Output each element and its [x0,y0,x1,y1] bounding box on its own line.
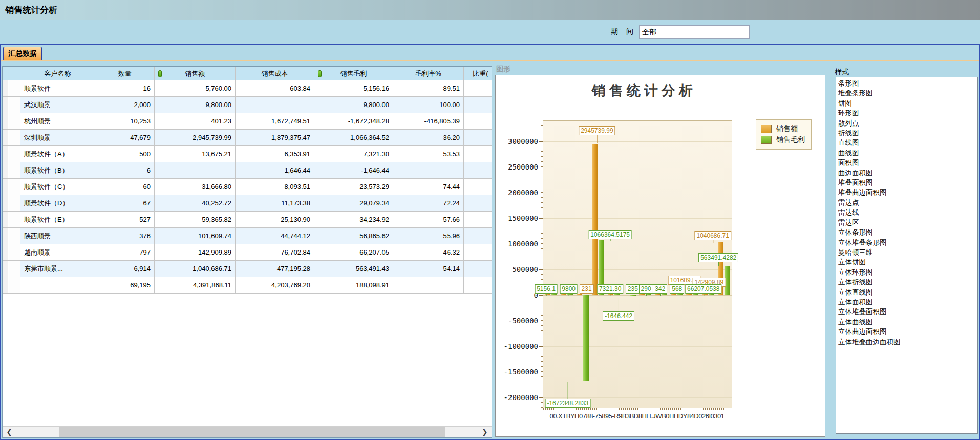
style-option[interactable]: 雷达线 [838,207,977,217]
style-option[interactable]: 立体堆叠条形图 [838,238,977,247]
value-cell: 5,760.00 [155,80,236,97]
bar-sales [592,144,598,295]
customer-name-cell: 顺景软件（A） [20,146,95,162]
style-option[interactable]: 立体堆叠面积图 [838,307,977,317]
style-option[interactable]: 堆叠曲边面积图 [838,187,977,197]
gridline [543,218,732,219]
legend-label: 销售毛利 [776,135,805,144]
table-row[interactable]: 顺景软件（A）50013,675.216,353.917,321.3053.53 [3,146,493,162]
value-cell [464,80,493,97]
content-area: 客户名称数量销售额销售成本销售毛利毛利率%比重( 顺景软件165,760.006… [1,60,979,439]
style-option[interactable]: 曲边面积图 [838,168,977,178]
value-cell: 47,679 [95,130,155,146]
style-option[interactable]: 饼图 [838,98,977,108]
y-axis-tick [539,193,543,193]
style-option[interactable]: 散列点 [838,118,977,128]
column-header-0[interactable]: 客户名称 [20,67,95,80]
column-header-2[interactable]: 销售额 [155,67,236,80]
tab-summary-data[interactable]: 汇总数据 [3,47,42,60]
style-option[interactable]: 立体曲边面积图 [838,327,977,337]
customer-name-cell: 顺景软件 [20,80,95,97]
style-option[interactable]: 立体条形图 [838,227,977,237]
row-selector-cell[interactable] [3,261,20,277]
data-label: 342 [653,284,667,294]
row-selector-cell[interactable] [3,162,20,179]
row-selector-cell[interactable] [3,130,20,146]
style-option[interactable]: 立体面积图 [838,297,977,307]
row-selector-cell[interactable] [3,146,20,162]
data-label: 9800 [560,284,578,294]
data-label-connector [704,293,704,296]
table-row[interactable]: 深圳顺景47,6792,945,739.991,879,375.471,066,… [3,130,493,146]
value-cell: 36.20 [393,130,464,146]
horizontal-scrollbar[interactable]: ❮ ❯ [3,426,492,437]
table-row[interactable]: 陕西顺景376101,609.7444,744.1256,865.6255.96 [3,228,493,244]
style-option[interactable]: 立体堆叠曲边面积图 [838,337,977,347]
column-header-3[interactable]: 销售成本 [236,67,314,80]
customer-name-cell: 东莞市顺景... [20,261,95,277]
row-selector-cell[interactable] [3,277,20,294]
style-option[interactable]: 面积图 [838,158,977,167]
row-selector-cell[interactable] [3,80,20,97]
row-selector-header[interactable] [3,67,20,80]
green-indicator-icon [318,70,322,77]
style-option[interactable]: 堆叠面积图 [838,178,977,187]
table-row[interactable]: 顺景软件（D）6740,252.7211,173.3829,079.3472.2… [3,195,493,212]
x-axis-label: 00.XTBYH0788-75895-R9B3BD8HH.JWB0HHDY84D… [527,412,747,420]
column-header-5[interactable]: 毛利率% [393,67,464,80]
style-option[interactable]: 立体曲线图 [838,317,977,327]
customer-name-cell: 武汉顺景 [20,97,95,113]
summary-table-panel: 客户名称数量销售额销售成本销售毛利毛利率%比重( 顺景软件165,760.006… [2,66,492,438]
data-label-connector [619,298,619,312]
row-selector-cell[interactable] [3,113,20,130]
value-cell: 563,491.43 [314,261,393,277]
scroll-right-icon[interactable]: ❯ [479,427,491,437]
column-header-1[interactable]: 数量 [95,67,155,80]
column-header-6[interactable]: 比重( [464,67,493,80]
table-row[interactable]: 顺景软件（E）52759,365.8225,130.9034,234.9257.… [3,212,493,228]
table-row[interactable]: 顺景软件165,760.00603.845,156.1689.51 [3,80,493,97]
style-option[interactable]: 曼哈顿三维 [838,247,977,257]
table-total-row[interactable]: 69,1954,391,868.114,203,769.20188,098.91 [3,277,493,294]
style-option[interactable]: 立体直线图 [838,287,977,297]
style-option[interactable]: 条形图 [838,78,977,88]
gridline [543,167,732,167]
table-row[interactable]: 杭州顺景10,253401.231,672,749.51-1,672,348.2… [3,113,493,130]
legend-label: 销售额 [776,124,798,134]
style-option[interactable]: 雷达区 [838,218,977,227]
style-option[interactable]: 折线图 [838,128,977,138]
style-option[interactable]: 雷达点 [838,198,977,207]
row-selector-cell[interactable] [3,228,20,244]
period-input[interactable] [639,25,750,39]
style-option[interactable]: 环形图 [838,108,977,118]
table-row[interactable]: 顺景软件（C）6031,666.808,093.5123,573.2974.44 [3,179,493,195]
row-selector-cell[interactable] [3,212,20,228]
column-header-4[interactable]: 销售毛利 [314,67,393,80]
bar-profit [583,295,589,381]
style-option[interactable]: 立体饼图 [838,257,977,267]
chart-box: 销售统计分析 300000025000002000000150000010000… [495,75,825,437]
table-row[interactable]: 顺景软件（B）61,646.44-1,646.44 [3,162,493,179]
chart-style-listbox[interactable]: 条形图堆叠条形图饼图环形图散列点折线图直线图曲线图面积图曲边面积图堆叠面积图堆叠… [836,77,978,434]
scrollbar-thumb[interactable] [59,427,445,437]
table-row[interactable]: 越南顺景797142,909.8976,702.8466,207.0546.32 [3,244,493,261]
value-cell: 9,800.00 [155,97,236,113]
row-selector-cell[interactable] [3,179,20,195]
row-selector-cell[interactable] [3,97,20,113]
value-cell [464,113,493,130]
row-selector-cell[interactable] [3,195,20,212]
value-cell: 7,321.30 [314,146,393,162]
style-option[interactable]: 立体环形图 [838,267,977,277]
scroll-left-icon[interactable]: ❮ [4,427,15,437]
table-row[interactable]: 东莞市顺景...6,9141,040,686.71477,195.28563,4… [3,261,493,277]
chart-legend: 销售额销售毛利 [756,119,812,150]
style-option[interactable]: 直线图 [838,138,977,148]
style-option[interactable]: 立体折线图 [838,277,977,287]
table-row[interactable]: 武汉顺景2,0009,800.009,800.00100.00 [3,97,493,113]
style-option[interactable]: 堆叠条形图 [838,88,977,98]
style-option[interactable]: 曲线图 [838,148,977,158]
value-cell: 6 [95,162,155,179]
value-cell: 9,800.00 [314,97,393,113]
row-selector-cell[interactable] [3,244,20,261]
y-axis-tick-label: -500000 [496,317,538,325]
